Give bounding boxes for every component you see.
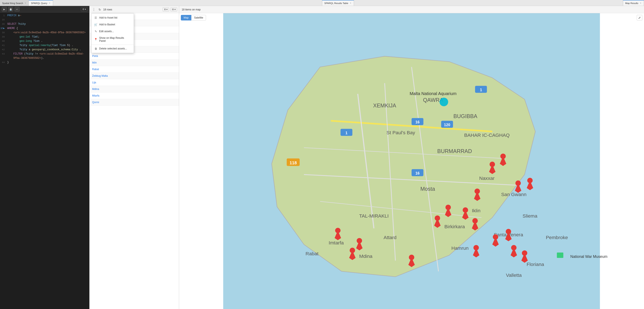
menu-item-add-asset[interactable]: ☰ Add to Asset list: [92, 14, 134, 21]
tab-sparql-query-close[interactable]: ×: [48, 2, 51, 4]
menu-item-edit-assets[interactable]: ✎ Edit assets...: [92, 28, 134, 35]
tab-map-results[interactable]: Map Results ×: [623, 0, 644, 6]
result-row[interactable]: Mtarfa: [90, 92, 179, 99]
result-row[interactable]: Qormi: [90, 99, 179, 106]
svg-text:Hamrun: Hamrun: [452, 245, 469, 251]
svg-text:BAHAR IC-CAGHAQ: BAHAR IC-CAGHAQ: [464, 132, 510, 138]
tab-spatial-search-close[interactable]: ×: [24, 2, 26, 4]
editor-line-39: 39 geo:lat ?lat;: [0, 35, 89, 39]
svg-text:Birkirkara: Birkirkara: [444, 224, 465, 229]
save-button[interactable]: 💾: [8, 7, 13, 11]
menu-item-add-basket[interactable]: 🛒 Add to Basket: [92, 21, 134, 28]
results-menu-button[interactable]: ⋮: [91, 7, 96, 12]
svg-rect-45: [557, 253, 563, 258]
svg-point-43: [440, 98, 448, 106]
editor-line-44: 44 }: [0, 60, 89, 64]
svg-point-64: [506, 229, 511, 234]
menu-item-delete-assets-label: Delete selected assets...: [99, 47, 127, 50]
results-refresh-button[interactable]: ↻: [98, 7, 102, 12]
editor-line-1: 1 PREFIX a↔: [0, 13, 89, 18]
context-menu: ☰ Add to Asset list 🛒 Add to Basket ✎ Ed…: [91, 13, 134, 53]
editor-line-38: 38 <urn:uuid:5c0ed2ad-9a2b-45bd-9fba-383…: [0, 30, 89, 35]
svg-text:1: 1: [346, 131, 348, 135]
svg-text:Mosta: Mosta: [420, 186, 435, 192]
map-panel: 18 items on map Map Satellite ⤢: [179, 6, 644, 309]
row-count: 18 rows: [103, 8, 112, 11]
menu-item-add-basket-label: Add to Basket: [99, 23, 115, 26]
editor-line-43: 43 FILTER (?city != <urn:uuid:5c0ed2ad-9…: [0, 52, 89, 56]
tab-sparql-results[interactable]: SPARQL Results Table ×: [322, 0, 354, 6]
svg-text:Valletta: Valletta: [506, 272, 522, 278]
map-type-satellite-button[interactable]: Satellite: [191, 15, 206, 20]
settings-chevron: ▾: [85, 8, 86, 11]
map-item-count: 18 items on map: [182, 8, 201, 11]
svg-point-66: [493, 234, 498, 240]
svg-text:16: 16: [416, 171, 420, 175]
map-expand-button[interactable]: ⤢: [637, 15, 642, 20]
tab-map-results-label: Map Results: [625, 2, 638, 4]
svg-point-56: [463, 207, 468, 213]
menu-item-show-map[interactable]: 📍 Show on Map Results Panel: [92, 35, 134, 44]
results-settings-button[interactable]: ⚙ ▾: [170, 7, 177, 11]
map-svg: 118 1 16 120 1 16 XEMKIJA QAWRA BUGIBBA: [179, 13, 644, 309]
svg-text:TAL-MIRAKLI: TAL-MIRAKLI: [359, 213, 388, 219]
run-button[interactable]: ▶: [2, 7, 7, 11]
editor-settings-button[interactable]: ⚙ ▾: [81, 7, 88, 11]
undo-button[interactable]: ↩: [14, 7, 20, 11]
delete-assets-icon: 🗑: [94, 47, 98, 50]
menu-item-delete-assets[interactable]: 🗑 Delete selected assets...: [92, 45, 134, 52]
download-button[interactable]: ⬇ ▾: [162, 7, 169, 11]
svg-point-82: [527, 178, 533, 183]
editor-line-40: 40 geo:long ?lon .: [0, 39, 89, 43]
svg-text:BUGIBBA: BUGIBBA: [453, 113, 477, 119]
svg-text:Attard: Attard: [384, 235, 397, 240]
results-panel: ⋮ ↻ 18 rows ⬇ ▾ ⚙ ▾ ☰ Add to Asset list: [90, 6, 179, 309]
editor-toolbar: ▶ 💾 ↩ ⚙ ▾: [0, 6, 89, 12]
app-container: Spatial thing Search × SPARQL Query × SP…: [0, 0, 644, 309]
svg-text:118: 118: [290, 160, 297, 165]
result-row[interactable]: Żebbug Malta: [90, 73, 179, 79]
map-toolbar: 18 items on map: [179, 6, 644, 13]
svg-text:St Paul's Bay: St Paul's Bay: [386, 130, 415, 135]
tab-map-results-close[interactable]: ×: [640, 2, 642, 4]
editor-line-42: 42 ?city a geosparql_cookbook_schema:Cit…: [0, 47, 89, 52]
result-row[interactable]: Rabat: [90, 66, 179, 73]
svg-text:BURMARRAD: BURMARRAD: [437, 148, 472, 154]
svg-text:XEMKIJA: XEMKIJA: [373, 102, 396, 108]
tab-spatial-search-label: Spatial thing Search: [2, 2, 23, 4]
svg-text:1: 1: [480, 88, 482, 92]
svg-point-52: [500, 154, 506, 159]
tab-sparql-results-label: SPARQL Results Table: [324, 2, 348, 4]
map-type-map-button[interactable]: Map: [181, 15, 191, 20]
svg-point-68: [511, 245, 516, 250]
svg-point-80: [409, 255, 414, 260]
tab-sparql-results-close[interactable]: ×: [350, 2, 352, 4]
svg-text:Pembroke: Pembroke: [546, 235, 568, 240]
svg-text:Imtarfa: Imtarfa: [328, 240, 344, 246]
editor-panel: ▶ 💾 ↩ ⚙ ▾ 1 PREFIX a↔ 35 3: [0, 6, 90, 309]
tab-sparql-query-label: SPARQL Query: [31, 2, 47, 4]
result-row[interactable]: Lija: [90, 79, 179, 86]
svg-point-74: [335, 228, 340, 233]
result-row[interactable]: Iklin: [90, 59, 179, 66]
svg-point-48: [490, 162, 495, 167]
result-row[interactable]: Pietà: [90, 53, 179, 59]
svg-point-60: [435, 215, 440, 221]
download-chevron: ▾: [166, 8, 168, 11]
svg-point-54: [516, 181, 521, 186]
tab-spatial-search[interactable]: Spatial thing Search ×: [0, 0, 29, 6]
editor-line-41: 41 ?city spatial:nearby(?lat ?lon 5) .: [0, 43, 89, 47]
svg-point-58: [446, 205, 451, 210]
results-settings-icon: ⚙: [172, 8, 174, 11]
svg-point-78: [350, 248, 355, 253]
editor-content[interactable]: 1 PREFIX a↔ 35 36 SELECT ?city 37▶ WHERE…: [0, 12, 89, 309]
svg-text:Naxxar: Naxxar: [479, 175, 494, 181]
tab-sparql-query[interactable]: SPARQL Query ×: [29, 0, 53, 6]
map-view: Map Satellite ⤢: [179, 13, 644, 309]
settings-icon: ⚙: [82, 8, 84, 11]
add-asset-icon: ☰: [94, 16, 98, 19]
result-row[interactable]: Mdina: [90, 86, 179, 92]
svg-point-50: [474, 189, 480, 194]
svg-point-76: [357, 238, 362, 243]
results-list: AttardSan GwannNaxxarBalzanSwieqiRabatPi…: [90, 13, 179, 309]
